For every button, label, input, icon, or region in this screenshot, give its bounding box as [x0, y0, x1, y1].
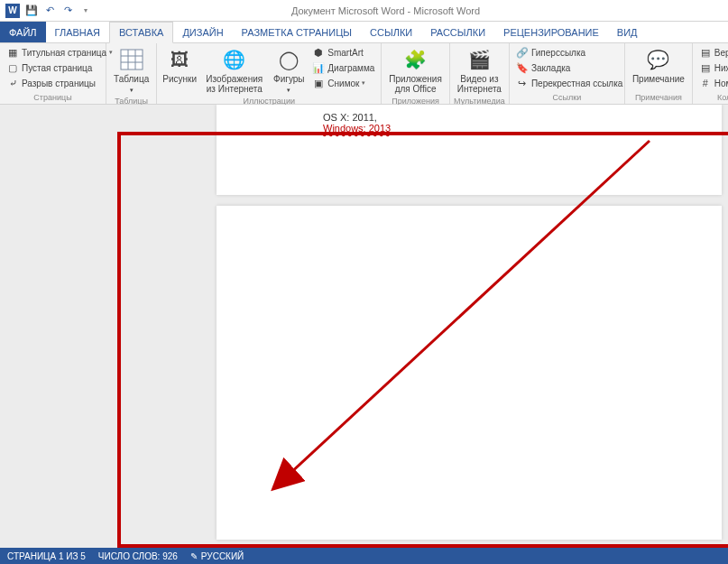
doc-line-1: OS X: 2011, [323, 112, 391, 123]
table-button[interactable]: Таблица▾ [110, 45, 152, 96]
pictures-button[interactable]: 🖼 Рисунки [161, 45, 198, 86]
ribbon-tabs: ФАЙЛ ГЛАВНАЯ ВСТАВКА ДИЗАЙН РАЗМЕТКА СТР… [0, 22, 728, 43]
crossref-icon: ↪ [516, 77, 529, 89]
video-icon: 🎬 [465, 47, 493, 72]
office-apps-label: Приложения для Office [389, 74, 442, 94]
crossref-label: Перекрестная ссылка [531, 79, 622, 88]
screenshot-label: Снимок [327, 79, 359, 88]
save-icon[interactable]: 💾 [25, 5, 38, 17]
document-workspace[interactable]: OS X: 2011, Windows: 2013 [0, 105, 728, 548]
tab-references[interactable]: ССЫЛКИ [361, 22, 421, 42]
comment-icon: 💬 [645, 47, 672, 72]
chart-label: Диаграмма [327, 63, 374, 73]
blank-page-icon: ▢ [6, 61, 19, 74]
page-number-button[interactable]: # Номер страницы [696, 76, 728, 90]
page-break-icon: ⤶ [6, 77, 19, 89]
group-pages-label: Страницы [4, 92, 102, 104]
smartart-icon: ⬢ [312, 46, 325, 59]
cover-page-icon: ▦ [6, 46, 19, 59]
table-icon [118, 47, 145, 72]
header-icon: ▤ [699, 46, 712, 59]
online-pictures-icon: 🌐 [221, 47, 248, 72]
footer-label: Нижний колонт [714, 63, 728, 73]
hyperlink-icon: 🔗 [516, 46, 529, 59]
statusbar: СТРАНИЦА 1 ИЗ 5 ЧИСЛО СЛОВ: 926 ✎ РУССКИ… [0, 548, 728, 564]
group-illustrations: 🖼 Рисунки 🌐 Изображения из Интернета ◯ Ф… [157, 43, 382, 104]
group-comments: 💬 Примечание Примечания [625, 43, 693, 104]
tab-home[interactable]: ГЛАВНАЯ [46, 22, 109, 42]
blank-page-button[interactable]: ▢ Пустая страница [4, 60, 115, 75]
bookmark-icon: 🔖 [516, 61, 529, 74]
pictures-label: Рисунки [162, 74, 197, 84]
group-media: 🎬 Видео из Интернета Мультимедиа [450, 43, 510, 104]
group-comments-label: Примечания [629, 92, 688, 104]
online-video-label: Видео из Интернета [457, 74, 502, 94]
status-page[interactable]: СТРАНИЦА 1 ИЗ 5 [7, 551, 86, 561]
page-number-icon: # [699, 77, 712, 89]
group-tables: Таблица▾ Таблицы [106, 43, 157, 104]
cover-page-button[interactable]: ▦ Титульная страница ▾ [4, 45, 115, 60]
online-video-button[interactable]: 🎬 Видео из Интернета [454, 45, 505, 96]
status-language[interactable]: ✎ РУССКИЙ [190, 551, 244, 561]
annotation-highlight-box [117, 132, 728, 548]
footer-icon: ▤ [699, 61, 712, 74]
titlebar: W 💾 ↶ ↷ ▾ Документ Microsoft Word - Micr… [0, 0, 728, 22]
quick-access-toolbar: W 💾 ↶ ↷ ▾ [0, 4, 97, 18]
shapes-label: Фигуры▾ [273, 74, 304, 94]
hyperlink-label: Гиперссылка [531, 48, 585, 58]
blank-page-label: Пустая страница [22, 63, 92, 73]
pictures-icon: 🖼 [166, 47, 193, 72]
tab-view[interactable]: ВИД [608, 22, 647, 42]
bookmark-button[interactable]: 🔖 Закладка [513, 60, 625, 75]
bookmark-label: Закладка [531, 63, 570, 73]
group-links-label: Ссылки [513, 92, 621, 104]
spellcheck-icon: ✎ [190, 551, 198, 561]
page-number-label: Номер страницы [714, 79, 728, 88]
online-pictures-label: Изображения из Интернета [204, 74, 264, 94]
tab-review[interactable]: РЕЦЕНЗИРОВАНИЕ [494, 22, 608, 42]
tab-file[interactable]: ФАЙЛ [0, 22, 46, 42]
svg-rect-0 [121, 50, 143, 69]
window-title: Документ Microsoft Word - Microsoft Word [97, 5, 674, 16]
group-headerfooter-label: Колонтитулы [696, 92, 728, 104]
page-break-label: Разрыв страницы [22, 79, 96, 88]
chart-icon: 📊 [312, 61, 325, 74]
cover-page-label: Титульная страница [22, 48, 106, 58]
group-apps: 🧩 Приложения для Office Приложения [382, 43, 450, 104]
group-headerfooter: ▤ Верхний колонт ▤ Нижний колонт # Номер… [693, 43, 728, 104]
header-label: Верхний колонт [714, 48, 728, 58]
office-apps-button[interactable]: 🧩 Приложения для Office [385, 45, 446, 96]
hyperlink-button[interactable]: 🔗 Гиперссылка [513, 45, 625, 60]
comment-button[interactable]: 💬 Примечание [629, 45, 688, 86]
page-break-button[interactable]: ⤶ Разрыв страницы [4, 76, 115, 90]
tab-layout[interactable]: РАЗМЕТКА СТРАНИЦЫ [233, 22, 361, 42]
crossref-button[interactable]: ↪ Перекрестная ссылка [513, 76, 625, 90]
chart-button[interactable]: 📊 Диаграмма [309, 60, 377, 75]
ribbon: ▦ Титульная страница ▾ ▢ Пустая страница… [0, 43, 728, 105]
document-text: OS X: 2011, Windows: 2013 [323, 112, 391, 134]
word-icon: W [5, 4, 20, 18]
redo-icon[interactable]: ↷ [61, 5, 74, 17]
comment-label: Примечание [632, 74, 685, 84]
tab-mailings[interactable]: РАССЫЛКИ [421, 22, 494, 42]
smartart-button[interactable]: ⬢ SmartArt [309, 45, 377, 60]
tab-insert[interactable]: ВСТАВКА [109, 22, 173, 43]
header-button[interactable]: ▤ Верхний колонт [696, 45, 728, 60]
screenshot-button[interactable]: ▣ Снимок ▾ [309, 76, 377, 90]
group-pages: ▦ Титульная страница ▾ ▢ Пустая страница… [0, 43, 106, 104]
group-links: 🔗 Гиперссылка 🔖 Закладка ↪ Перекрестная … [510, 43, 625, 104]
qat-customize-icon[interactable]: ▾ [79, 5, 92, 17]
shapes-icon: ◯ [275, 47, 302, 72]
dropdown-icon: ▾ [362, 79, 365, 87]
table-label: Таблица▾ [114, 74, 149, 94]
shapes-button[interactable]: ◯ Фигуры▾ [270, 45, 308, 96]
smartart-label: SmartArt [327, 48, 363, 58]
screenshot-icon: ▣ [312, 77, 325, 89]
status-words[interactable]: ЧИСЛО СЛОВ: 926 [98, 551, 178, 561]
online-pictures-button[interactable]: 🌐 Изображения из Интернета [200, 45, 268, 96]
footer-button[interactable]: ▤ Нижний колонт [696, 60, 728, 75]
undo-icon[interactable]: ↶ [43, 5, 56, 17]
office-apps-icon: 🧩 [402, 47, 429, 72]
tab-design[interactable]: ДИЗАЙН [173, 22, 232, 42]
